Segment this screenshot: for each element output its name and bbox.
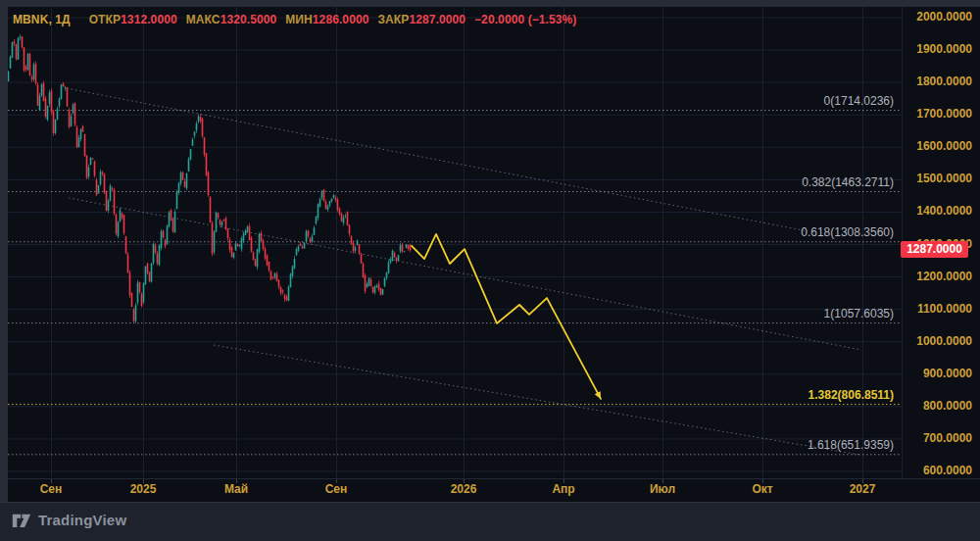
price-tick-label: 1000.0000: [906, 335, 972, 348]
price-tick-label: 2000.0000: [906, 11, 972, 24]
fib-level-label: 1(1057.6035): [824, 307, 894, 320]
price-tick-label: 1900.0000: [906, 43, 972, 56]
open-label: ОТКР: [89, 13, 121, 26]
tradingview-chart-window: MBNK, 1ДОТКР1312.0000МАКС1320.5000МИН128…: [0, 0, 980, 541]
time-tick-label: 2026: [428, 482, 499, 496]
time-tick-label: Май: [201, 482, 271, 496]
price-tick-label: 1800.0000: [906, 75, 972, 88]
high-value: 1320.5000: [220, 13, 277, 26]
price-tick-label: 1500.0000: [906, 172, 972, 185]
chart-panel[interactable]: [8, 7, 980, 502]
fib-level-label: 0(1714.0236): [824, 94, 894, 108]
time-tick-label: Сен: [301, 482, 371, 496]
fib-level-label: 0.382(1463.2711): [802, 175, 894, 189]
price-tick-label: 1100.0000: [906, 303, 972, 316]
fib-level-label: 1.618(651.9359): [808, 438, 894, 452]
tradingview-logo-icon: [12, 512, 31, 528]
time-tick-label: Апр: [528, 482, 599, 496]
price-tick-label: 600.0000: [906, 465, 972, 477]
price-tick-label: 700.0000: [906, 432, 972, 445]
price-tick-label: 1200.0000: [906, 270, 972, 283]
time-tick-label: 2025: [108, 482, 178, 496]
low-value: 1286.0000: [313, 13, 369, 26]
tradingview-logo[interactable]: TradingView: [12, 512, 126, 528]
price-tick-label: 1400.0000: [906, 205, 972, 218]
watermark-text: TradingView: [38, 512, 126, 528]
fib-level-label: 0.618(1308.3560): [801, 225, 894, 239]
high-label: МАКС: [186, 13, 220, 26]
price-tick-label: 1700.0000: [906, 108, 972, 121]
open-value: 1312.0000: [121, 13, 177, 26]
price-tick-label: 800.0000: [906, 400, 972, 413]
bottom-bar: TradingView: [0, 502, 980, 541]
close-value: 1287.0000: [409, 13, 466, 26]
current-price-badge: 1287.0000: [901, 241, 968, 258]
time-axis[interactable]: Сен2025МайСен2026АпрИюлОкт2027: [8, 479, 980, 502]
fib-level-label: 1.382(806.8511): [808, 388, 894, 402]
low-label: МИН: [285, 13, 313, 26]
time-tick-label: 2027: [827, 482, 898, 496]
symbol-legend: MBNK, 1ДОТКР1312.0000МАКС1320.5000МИН128…: [13, 13, 576, 26]
price-tick-label: 1600.0000: [906, 140, 972, 153]
symbol-name[interactable]: MBNK, 1Д: [13, 13, 71, 26]
time-tick-label: Июл: [627, 482, 698, 496]
time-tick-label: Окт: [727, 482, 798, 496]
price-tick-label: 900.0000: [906, 368, 972, 380]
time-tick-label: Сен: [16, 482, 86, 496]
close-label: ЗАКР: [377, 13, 409, 26]
change-value: −20.0000 (−1.53%): [474, 13, 576, 26]
